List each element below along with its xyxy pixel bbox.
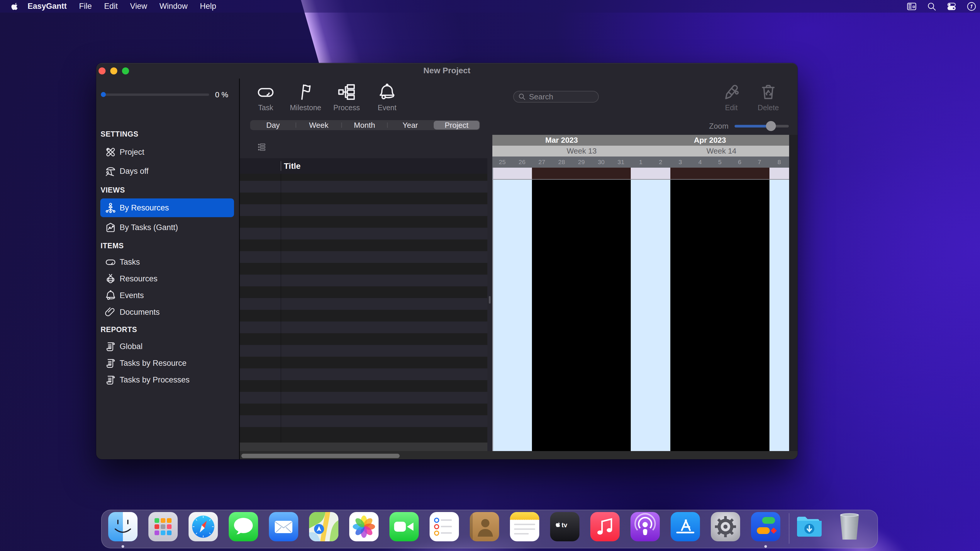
- search-input[interactable]: Search: [513, 91, 599, 103]
- dock-reminders-icon[interactable]: [430, 512, 459, 541]
- sidebar-item-tasks[interactable]: Tasks: [100, 256, 234, 268]
- timeline-day: 27: [532, 157, 552, 168]
- dock-system-settings-icon[interactable]: [711, 512, 740, 541]
- timeline-month: Mar 2023: [492, 135, 631, 146]
- toolbar-button-label: Milestone: [286, 103, 325, 112]
- timeline-month: Apr 2023: [631, 135, 789, 146]
- resources-icon: [105, 273, 116, 284]
- app-window: New Project 0 % SETTINGSProjectDays offV…: [96, 63, 798, 459]
- timeline-day: 29: [571, 157, 591, 168]
- dock-messages-icon[interactable]: [229, 512, 258, 541]
- sidebar: 0 % SETTINGSProjectDays offVIEWSBy Resou…: [96, 63, 239, 459]
- dock: tv: [101, 510, 878, 548]
- dock-app-store-icon[interactable]: [671, 512, 700, 541]
- menu-app-name[interactable]: EasyGantt: [21, 2, 73, 11]
- dock-photos-icon[interactable]: [349, 512, 379, 541]
- sidebar-section-reports: REPORTS: [100, 326, 137, 334]
- days-off-icon: [105, 165, 116, 177]
- sidebar-item-label: Project: [119, 148, 144, 157]
- sidebar-item-by-resources[interactable]: By Resources: [100, 198, 234, 217]
- dock-easygantt-icon[interactable]: [751, 512, 780, 541]
- report-icon: [105, 341, 116, 352]
- splitter-handle[interactable]: [489, 296, 491, 303]
- dock-safari-icon[interactable]: [189, 512, 218, 541]
- sidebar-item-label: Resources: [119, 274, 158, 283]
- toolbar-button-label: Delete: [749, 103, 788, 112]
- dock-podcasts-icon[interactable]: [630, 512, 660, 541]
- menu-window[interactable]: Window: [153, 2, 194, 11]
- toolbar-button-label: Process: [328, 103, 366, 112]
- sidebar-item-tasks-by-processes[interactable]: Tasks by Processes: [100, 373, 234, 386]
- spotlight-icon[interactable]: [927, 2, 937, 11]
- sidebar-item-project[interactable]: Project: [100, 146, 234, 159]
- sidebar-item-tasks-by-resource[interactable]: Tasks by Resource: [100, 357, 234, 370]
- dayoff-strip-weekend: [492, 168, 532, 179]
- timeline-day: 3: [670, 157, 690, 168]
- control-center-icon[interactable]: [947, 2, 956, 11]
- dock-maps-icon[interactable]: [309, 512, 338, 541]
- dock-music-icon[interactable]: [590, 512, 620, 541]
- view-tab-day[interactable]: Day: [250, 120, 296, 130]
- timeline-day: 25: [492, 157, 512, 168]
- list-view-icon[interactable]: [258, 143, 266, 151]
- event-button[interactable]: Event: [368, 83, 406, 112]
- zoom-slider-knob[interactable]: [766, 121, 776, 131]
- view-tab-project[interactable]: Project: [434, 121, 479, 130]
- milestone-button[interactable]: Milestone: [286, 83, 325, 112]
- sidebar-item-by-tasks-gantt-[interactable]: By Tasks (Gantt): [100, 221, 234, 234]
- dock-finder-icon[interactable]: [108, 512, 138, 541]
- dock-mail-icon[interactable]: [269, 512, 298, 541]
- dock-tv-icon[interactable]: tv: [550, 512, 579, 541]
- task-button[interactable]: Task: [247, 83, 285, 112]
- sidebar-item-label: By Tasks (Gantt): [119, 223, 178, 232]
- table-column-title: Title: [284, 162, 301, 171]
- timeline-day-row: 2526272829303112345678: [492, 157, 789, 168]
- timeline-day: 1: [631, 157, 651, 168]
- zoom-slider[interactable]: [735, 125, 789, 127]
- view-tab-week[interactable]: Week: [296, 120, 342, 130]
- timeline-dayoff-strip: [492, 168, 789, 179]
- chart-grid: [492, 179, 789, 451]
- sidebar-item-days-off[interactable]: Days off: [100, 165, 234, 178]
- report-icon: [105, 357, 116, 369]
- dock-running-indicator: [764, 545, 767, 548]
- menu-edit[interactable]: Edit: [98, 2, 124, 11]
- view-tab-month[interactable]: Month: [342, 120, 387, 130]
- timeline-day: 2: [651, 157, 670, 168]
- dock-separator: [789, 513, 789, 544]
- process-button[interactable]: Process: [328, 83, 366, 112]
- sidebar-section-views: VIEWS: [100, 186, 125, 194]
- timeline-day: 5: [710, 157, 730, 168]
- timeline-day: 31: [611, 157, 631, 168]
- dock-downloads-icon[interactable]: [795, 512, 824, 541]
- sidebar-item-documents[interactable]: Documents: [100, 306, 234, 319]
- view-tab-year[interactable]: Year: [387, 120, 433, 130]
- clock-icon[interactable]: [967, 2, 977, 11]
- timeline-day: 4: [690, 157, 710, 168]
- menu-file[interactable]: File: [73, 2, 98, 11]
- timeline-month-row: Mar 2023Apr 2023: [492, 135, 789, 146]
- sidebar-item-label: Tasks by Resource: [119, 359, 186, 368]
- edit-button[interactable]: Edit: [712, 83, 750, 112]
- table-rows[interactable]: [240, 174, 487, 443]
- dock-launchpad-icon[interactable]: [148, 512, 178, 541]
- sidebar-item-events[interactable]: Events: [100, 289, 234, 302]
- dock-notes-icon[interactable]: [510, 512, 539, 541]
- project-progress-value: 0 %: [213, 90, 231, 99]
- toolbar-button-label: Task: [247, 103, 285, 112]
- sidebar-item-global[interactable]: Global: [100, 340, 234, 353]
- dock-contacts-icon[interactable]: [470, 512, 499, 541]
- sidebar-item-label: Tasks: [119, 257, 140, 267]
- menu-help[interactable]: Help: [194, 2, 223, 11]
- window-switcher-icon[interactable]: [907, 2, 917, 11]
- dock-facetime-icon[interactable]: [390, 512, 419, 541]
- menu-view[interactable]: View: [124, 2, 153, 11]
- sidebar-item-resources[interactable]: Resources: [100, 272, 234, 285]
- delete-button[interactable]: Delete: [749, 83, 788, 112]
- timeline-day: 30: [591, 157, 611, 168]
- timeline-week-row: Week 13Week 14: [492, 146, 789, 157]
- apple-menu-icon[interactable]: [9, 2, 21, 10]
- dock-trash-icon[interactable]: [835, 512, 864, 541]
- horizontal-scrollbar-thumb[interactable]: [241, 454, 400, 458]
- timeline-day: 6: [730, 157, 749, 168]
